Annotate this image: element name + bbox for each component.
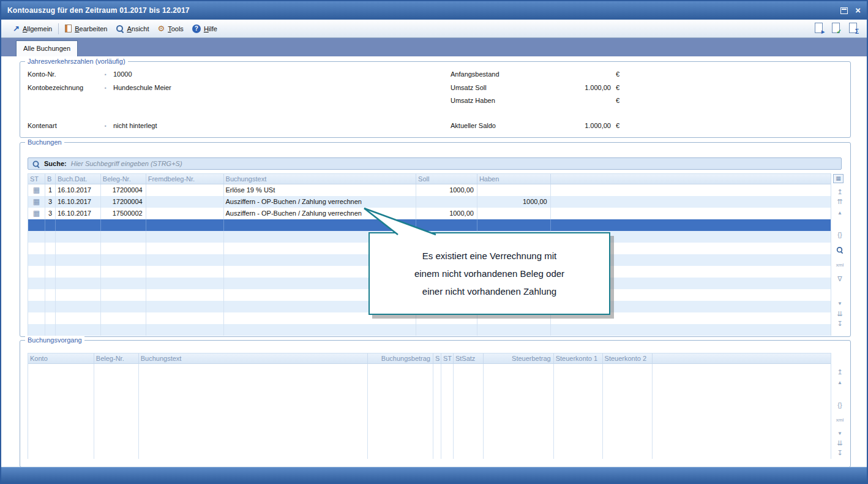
empty-cell <box>45 312 56 324</box>
col-beleg-nr[interactable]: Beleg-Nr. <box>101 174 146 184</box>
scroll-down-icon[interactable]: ▼ <box>834 429 845 437</box>
row-detail-icon[interactable]: ▦ <box>28 184 45 196</box>
empty-cell <box>56 254 101 266</box>
col-beleg-nr[interactable]: Beleg-Nr. <box>94 354 139 363</box>
row-detail-icon[interactable]: ▦ <box>28 208 45 219</box>
aktueller-saldo-label: Aktueller Saldo <box>451 122 496 129</box>
braces-icon[interactable]: {} <box>834 401 845 409</box>
empty-cell <box>56 324 101 336</box>
col-b[interactable]: B <box>45 174 56 184</box>
empty-cell <box>28 278 45 289</box>
xml-icon[interactable]: xml <box>834 261 845 269</box>
menu-allgemein-label: Allgemein <box>23 25 52 32</box>
table-row[interactable]: ▦ 1 16.10.2017 17200004 Erlöse 19 % USt … <box>28 184 831 196</box>
transaction-table-header: Konto Beleg-Nr. Buchungstext Buchungsbet… <box>28 354 831 364</box>
col-haben[interactable]: Haben <box>477 174 551 184</box>
scroll-bottom-icon[interactable]: ↧ <box>834 449 845 457</box>
scroll-pagedown-icon[interactable]: ⇊ <box>834 439 845 447</box>
empty-cell <box>146 231 224 243</box>
menu-ansicht[interactable]: Ansicht <box>111 23 153 34</box>
col-soll[interactable]: Soll <box>416 174 477 184</box>
menu-tools[interactable]: ⚙ Tools <box>154 23 188 34</box>
col-st[interactable]: ST <box>441 354 454 363</box>
cell-date: 16.10.2017 <box>56 208 101 219</box>
empty-cell <box>146 312 224 324</box>
col-steuerbetrag[interactable]: Steuerbetrag <box>484 354 554 363</box>
scroll-up-icon[interactable]: ▲ <box>834 209 845 217</box>
menu-separator <box>58 23 59 34</box>
menu-hilfe[interactable]: ? Hilfe <box>188 23 222 35</box>
bookings-group-title: Buchungen <box>25 138 64 146</box>
empty-cell <box>454 364 484 459</box>
col-konto[interactable]: Konto <box>28 354 94 363</box>
braces-icon[interactable]: {} <box>834 231 845 239</box>
col-stsatz[interactable]: StSatz <box>454 354 484 363</box>
aktueller-saldo-currency: € <box>616 122 619 129</box>
menu-tools-label: Tools <box>168 25 184 32</box>
cell-beleg: 17200004 <box>101 184 146 196</box>
cell-beleg <box>101 219 146 231</box>
col-buchungstext[interactable]: Buchungstext <box>224 174 417 184</box>
empty-cell <box>146 254 224 266</box>
cell-haben: 1000,00 <box>477 196 551 208</box>
filter-icon[interactable]: ∇ <box>834 275 845 283</box>
anfangsbestand-currency: € <box>616 70 619 78</box>
zoom-icon[interactable] <box>836 246 843 254</box>
empty-cell <box>101 231 146 243</box>
scroll-down-icon[interactable]: ▼ <box>834 300 845 308</box>
col-filler <box>551 174 831 184</box>
empty-cell <box>551 324 831 336</box>
cell-st <box>28 219 45 231</box>
empty-cell <box>433 364 441 459</box>
document-sum-icon[interactable]: Σ <box>849 23 857 33</box>
col-buchungstext[interactable]: Buchungstext <box>139 354 368 363</box>
transaction-table-body <box>28 364 831 459</box>
menu-bearbeiten[interactable]: Bearbeiten <box>61 23 111 34</box>
column-chooser-icon[interactable]: ▦ <box>833 174 844 183</box>
empty-cell <box>45 324 56 336</box>
scroll-top-icon[interactable]: ↥ <box>834 188 845 196</box>
scroll-up-icon[interactable]: ▲ <box>834 379 845 387</box>
document-check-icon[interactable]: ✓ <box>832 23 840 33</box>
col-buchdat[interactable]: Buch.Dat. <box>56 174 101 184</box>
col-st[interactable]: ST <box>28 174 45 184</box>
empty-cell <box>146 243 224 254</box>
empty-cell <box>139 364 368 459</box>
allgemein-arrow-icon: ↗ <box>13 25 20 32</box>
tab-alle-buchungen[interactable]: Alle Buchungen <box>16 40 78 56</box>
magnifier-icon <box>836 246 843 253</box>
search-input[interactable]: Suche: Hier Suchbegriff eingeben (STRG+S… <box>28 157 842 170</box>
empty-row[interactable] <box>28 324 831 336</box>
document-preview-icon[interactable]: ▸ <box>815 23 823 33</box>
restore-window-icon[interactable] <box>840 7 848 14</box>
col-s[interactable]: S <box>433 354 441 363</box>
scroll-pagedown-icon[interactable]: ⇊ <box>834 310 845 318</box>
scroll-top-icon[interactable]: ↥ <box>834 368 845 376</box>
empty-cell <box>146 289 224 301</box>
xml-icon[interactable]: xml <box>834 416 845 424</box>
cell-soll: 1000,00 <box>416 184 477 196</box>
col-buchungsbetrag[interactable]: Buchungsbetrag <box>368 354 433 363</box>
empty-cell <box>146 278 224 289</box>
callout-line: Es existiert eine Verrechnung mit <box>422 247 556 265</box>
row-detail-icon[interactable]: ▦ <box>28 196 45 208</box>
scroll-bottom-icon[interactable]: ↧ <box>834 320 845 328</box>
scroll-pageup-icon[interactable]: ⇈ <box>834 198 845 206</box>
doc-mark: ✓ <box>837 28 842 35</box>
help-icon: ? <box>192 25 201 33</box>
cell-b: 3 <box>45 196 56 208</box>
empty-cell <box>28 312 45 324</box>
close-icon[interactable]: × <box>855 6 861 15</box>
aktueller-saldo-value: 1.000,00 <box>510 122 611 129</box>
cell-date <box>56 219 101 231</box>
empty-cell <box>368 364 433 459</box>
col-fremdbeleg-nr[interactable]: Fremdbeleg-Nr. <box>146 174 224 184</box>
callout-line: einer nicht vorhandenen Zahlung <box>422 282 556 300</box>
menu-allgemein[interactable]: ↗ Allgemein <box>9 23 56 34</box>
col-steuerkonto-1[interactable]: Steuerkonto 1 <box>554 354 603 363</box>
edit-book-icon <box>65 25 72 32</box>
empty-cell <box>45 266 56 278</box>
empty-cell <box>45 289 56 301</box>
empty-cell <box>28 266 45 278</box>
col-steuerkonto-2[interactable]: Steuerkonto 2 <box>603 354 653 363</box>
